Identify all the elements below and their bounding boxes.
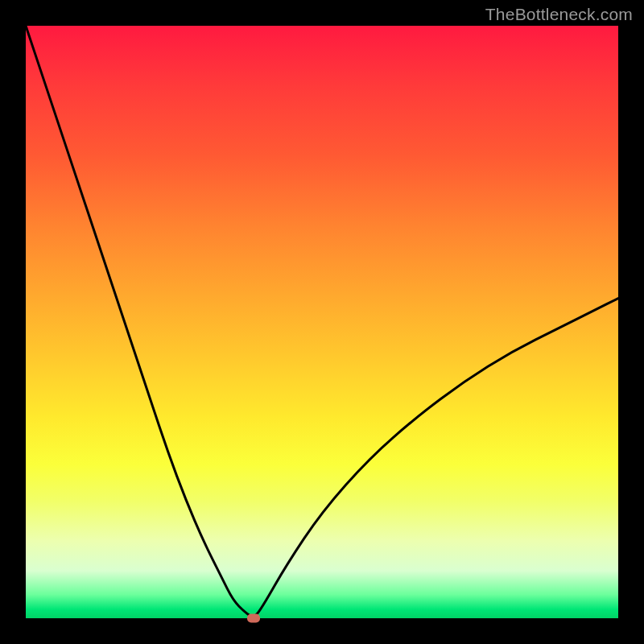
bottleneck-curve: [26, 26, 618, 618]
curve-path: [26, 26, 618, 617]
chart-frame: TheBottleneck.com: [0, 0, 644, 644]
plot-area: [26, 26, 618, 618]
optimal-point-marker: [247, 614, 260, 623]
watermark-text: TheBottleneck.com: [485, 5, 633, 24]
